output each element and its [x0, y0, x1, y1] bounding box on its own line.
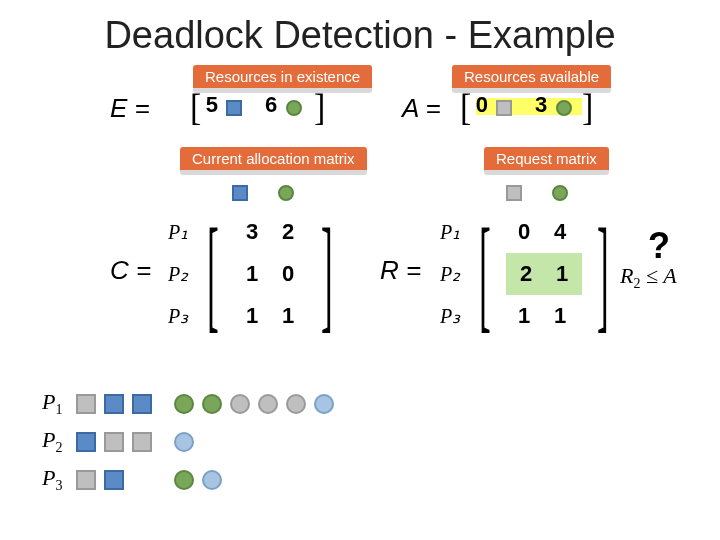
process-row-P3: P3	[42, 461, 334, 499]
square-icon	[76, 432, 96, 452]
bracket-left: [	[190, 87, 201, 129]
label-E: E =	[110, 93, 150, 124]
circle-icon	[202, 394, 222, 414]
E-val-2: 6	[265, 92, 277, 117]
R-header-square-icon	[506, 183, 522, 201]
circle-icon	[174, 470, 194, 490]
vector-E: [ 5 6 ]	[190, 89, 325, 127]
R-2-2: 1	[544, 253, 580, 295]
P1-tokens	[76, 394, 334, 414]
circle-icon	[286, 394, 306, 414]
P3-label: P	[42, 465, 55, 490]
R-header-circle-icon	[552, 183, 568, 201]
R-2-1: 2	[508, 253, 544, 295]
P2-sub: 2	[55, 441, 62, 456]
circle-icon	[258, 394, 278, 414]
R-3-2: 1	[542, 295, 578, 337]
square-icon	[132, 394, 152, 414]
process-row-P1: P1	[42, 385, 334, 423]
R-row-P3: P₃	[440, 304, 460, 328]
E-val-1: 5	[206, 92, 218, 117]
C-1-1: 3	[234, 211, 270, 253]
C-1-2: 2	[270, 211, 306, 253]
bracket-left: [	[479, 211, 491, 337]
C-row-P3: P₃	[168, 304, 188, 328]
bracket-left: [	[207, 211, 219, 337]
circle-icon	[174, 394, 194, 414]
matrix-C: P₁ P₂ P₃ [ 32 10 11 ]	[168, 211, 348, 337]
page-title: Deadlock Detection - Example	[0, 14, 720, 57]
C-2-2: 0	[270, 253, 306, 295]
R-row-P1: P₁	[440, 220, 460, 244]
C-row-P1: P₁	[168, 220, 188, 244]
P3-tokens	[76, 470, 222, 490]
square-icon	[104, 470, 124, 490]
bracket-right: ]	[314, 87, 325, 129]
square-icon	[76, 394, 96, 414]
P1-label: P	[42, 389, 55, 414]
C-row-P2: P₂	[168, 262, 188, 286]
label-A: A =	[402, 93, 441, 124]
P3-sub: 3	[55, 479, 62, 494]
R-3-1: 1	[506, 295, 542, 337]
matrix-R: P₁ P₂ P₃ [ 04 21 11 ]	[440, 211, 624, 337]
P1-sub: 1	[55, 403, 62, 418]
C-3-1: 1	[234, 295, 270, 337]
R-1-1: 0	[506, 211, 542, 253]
tag-available-label: Resources available	[452, 65, 611, 88]
C-header-square-icon	[232, 183, 248, 201]
square-icon	[104, 394, 124, 414]
circle-icon	[556, 100, 572, 116]
circle-icon	[202, 470, 222, 490]
tag-alloc: Current allocation matrix	[180, 147, 367, 175]
square-icon	[76, 470, 96, 490]
square-icon	[496, 100, 512, 116]
vector-A: [ 0 3 ]	[460, 89, 593, 127]
A-val-1: 0	[476, 92, 488, 117]
tag-request-label: Request matrix	[484, 147, 609, 170]
bracket-right: ]	[582, 87, 593, 129]
circle-icon	[286, 100, 302, 116]
circle-icon	[230, 394, 250, 414]
bracket-right: ]	[321, 211, 333, 337]
inequality: R2 ≤ A	[620, 263, 677, 292]
label-C: C =	[110, 255, 151, 286]
ineq-R: R	[620, 263, 633, 288]
R-row-P2: P₂	[440, 262, 460, 286]
P2-label: P	[42, 427, 55, 452]
square-icon	[132, 432, 152, 452]
C-3-2: 1	[270, 295, 306, 337]
tag-alloc-label: Current allocation matrix	[180, 147, 367, 170]
ineq-rest: ≤ A	[640, 263, 676, 288]
tag-request: Request matrix	[484, 147, 609, 175]
process-list: P1 P2	[42, 385, 334, 499]
square-icon	[104, 432, 124, 452]
circle-icon	[174, 432, 194, 452]
bracket-right: ]	[597, 211, 609, 337]
tag-existence-label: Resources in existence	[193, 65, 372, 88]
diagram-content: Resources in existence Resources availab…	[0, 65, 720, 525]
process-row-P2: P2	[42, 423, 334, 461]
circle-icon	[314, 394, 334, 414]
square-icon	[226, 100, 242, 116]
P2-tokens	[76, 432, 194, 452]
C-2-1: 1	[234, 253, 270, 295]
question-mark: ?	[648, 225, 670, 267]
C-header-circle-icon	[278, 183, 294, 201]
A-val-2: 3	[535, 92, 547, 117]
label-R: R =	[380, 255, 421, 286]
bracket-left: [	[460, 87, 471, 129]
R-1-2: 4	[542, 211, 578, 253]
